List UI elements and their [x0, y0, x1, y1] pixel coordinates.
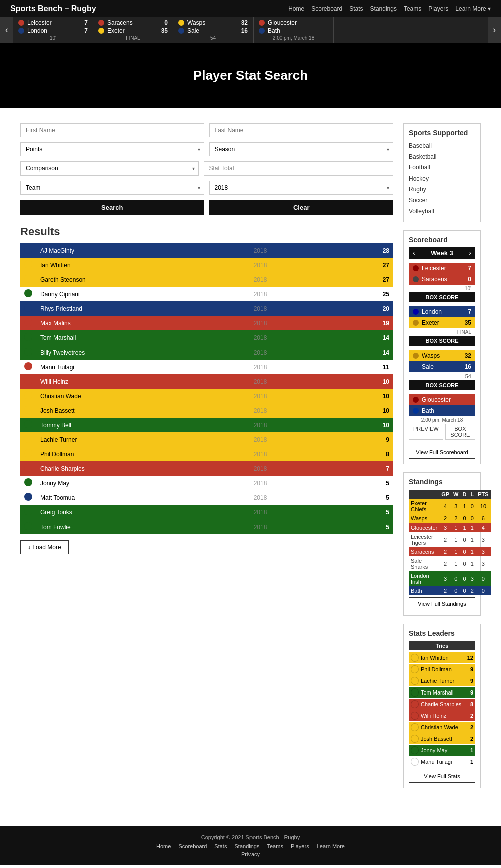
standings-body: Exeter Chiefs 4 3 1 0 10 Wasps 2 2 0 0 6…	[409, 499, 491, 595]
points-select[interactable]: Points	[20, 142, 204, 156]
player-year: 2018	[249, 287, 335, 301]
stats-leaders-list: Ian Whitten 12 Phil Dollman 9 Lachie Tur…	[409, 652, 475, 767]
team-icon-cell	[20, 490, 36, 505]
leader-team-icon	[411, 758, 419, 766]
team-select[interactable]: Team	[20, 181, 204, 195]
week-label: Week 3	[431, 249, 453, 257]
footer-learn-more[interactable]: Learn More	[317, 843, 345, 849]
footer-players[interactable]: Players	[291, 843, 309, 849]
table-row: Billy Twelvetrees 2018 14	[20, 345, 393, 360]
player-year: 2018	[249, 403, 335, 418]
footer-teams[interactable]: Teams	[267, 843, 283, 849]
standings-d: 1	[461, 523, 469, 532]
standings-l: 0	[468, 514, 476, 523]
standings-l: 1	[468, 523, 476, 532]
nav-scoreboard[interactable]: Scoreboard	[311, 5, 342, 12]
nav-standings[interactable]: Standings	[370, 5, 397, 12]
form-row-comparison-stat: Comparison	[20, 161, 393, 176]
stats-leaders-section: Stats Leaders Tries Ian Whitten 12 Phil …	[403, 624, 481, 788]
player-name: Lachie Turner	[36, 432, 249, 447]
player-points: 5	[335, 519, 393, 534]
leader-team-icon	[411, 700, 419, 708]
table-row: Tom Marshall 2018 14	[20, 330, 393, 345]
score-game-3: Wasps 32 Sale 16 54 BOX SCORE	[409, 350, 475, 390]
view-full-stats-button[interactable]: View Full Stats	[409, 770, 475, 783]
form-row-team-year: Team 2018	[20, 181, 393, 195]
team-icon-cell	[20, 345, 36, 360]
footer-standings[interactable]: Standings	[235, 843, 260, 849]
last-name-input[interactable]	[209, 123, 394, 137]
team-icon-cell	[20, 418, 36, 432]
player-year: 2018	[249, 447, 335, 461]
table-row: Ian Whitten 2018 27	[20, 258, 393, 272]
team-icon-cell	[20, 287, 36, 301]
leader-value: 9	[470, 678, 473, 684]
tries-category-header: Tries	[409, 641, 475, 650]
leader-value: 9	[470, 666, 473, 672]
stat-total-input[interactable]	[204, 161, 394, 176]
table-row: Phil Dollman 2018 8	[20, 447, 393, 461]
box-score-3[interactable]: BOX SCORE	[409, 380, 475, 390]
team-icon-cell	[20, 476, 36, 490]
footer-links: Home Scoreboard Stats Standings Teams Pl…	[8, 843, 493, 849]
nav-teams[interactable]: Teams	[404, 5, 421, 12]
player-year: 2018	[249, 490, 335, 505]
leader-name: Charlie Sharples	[421, 701, 461, 707]
score-game-2-status: FINAL	[409, 328, 475, 336]
nav-stats[interactable]: Stats	[349, 5, 363, 12]
standings-section: Standings GP W D L PTS Exeter Chiefs 4 3…	[403, 472, 481, 616]
year-select[interactable]: 2018	[209, 181, 394, 195]
leader-value: 2	[470, 736, 473, 742]
player-points: 5	[335, 476, 393, 490]
week-prev-button[interactable]: ‹	[413, 249, 415, 257]
sports-supported-section: Sports Supported BaseballBasketballFootb…	[403, 123, 481, 222]
view-full-scoreboard-button[interactable]: View Full Scoreboard	[409, 446, 475, 459]
standings-gp: 2	[439, 547, 451, 556]
score-team-london: London 7	[409, 306, 475, 317]
ticker-next[interactable]: ›	[488, 17, 501, 43]
player-name: Christian Wade	[36, 389, 249, 403]
standings-row: Bath 2 0 0 2 0	[409, 586, 491, 595]
leader-team-icon	[411, 654, 419, 662]
standings-row: Exeter Chiefs 4 3 1 0 10	[409, 499, 491, 514]
week-next-button[interactable]: ›	[469, 249, 471, 257]
footer-home[interactable]: Home	[156, 843, 171, 849]
player-name: Billy Twelvetrees	[36, 345, 249, 360]
standings-table: GP W D L PTS Exeter Chiefs 4 3 1 0 10 Wa…	[409, 490, 491, 595]
preview-button[interactable]: PREVIEW	[409, 424, 443, 440]
leader-value: 1	[470, 747, 473, 753]
box-score-4[interactable]: BOX SCORE	[445, 424, 475, 440]
nav-learn-more[interactable]: Learn More ▾	[455, 5, 491, 12]
score-team-saracens: Saracens 0	[409, 274, 475, 285]
nav-players[interactable]: Players	[428, 5, 448, 12]
footer-stats[interactable]: Stats	[214, 843, 227, 849]
standings-team: Leicester Tigers	[409, 532, 439, 547]
load-more-button[interactable]: ↓ Load More	[20, 540, 69, 554]
player-year: 2018	[249, 330, 335, 345]
player-year: 2018	[249, 461, 335, 476]
footer-scoreboard[interactable]: Scoreboard	[178, 843, 207, 849]
search-button[interactable]: Search	[20, 200, 204, 215]
site-title: Sports Bench – Rugby	[10, 4, 96, 13]
comparison-select[interactable]: Comparison	[20, 161, 199, 176]
standings-pts: 4	[476, 523, 490, 532]
box-score-2[interactable]: BOX SCORE	[409, 336, 475, 346]
box-score-1[interactable]: BOX SCORE	[409, 292, 475, 302]
view-full-standings-button[interactable]: View Full Standings	[409, 597, 475, 610]
nav-home[interactable]: Home	[288, 5, 304, 12]
first-name-input[interactable]	[20, 123, 204, 137]
privacy-link[interactable]: Privacy	[241, 851, 260, 857]
player-name: Ian Whitten	[36, 258, 249, 272]
score-team-exeter: Exeter 35	[409, 317, 475, 328]
team-icon-cell	[20, 258, 36, 272]
season-select[interactable]: Season	[209, 142, 394, 156]
table-row: Greig Tonks 2018 5	[20, 505, 393, 519]
ticker-game-1: Leicester7 London7 10'	[13, 17, 93, 43]
score-team-wasps: Wasps 32	[409, 350, 475, 361]
leader-row: Phil Dollman 9	[409, 664, 475, 675]
standings-header-gp: GP	[439, 490, 451, 499]
clear-button[interactable]: Clear	[209, 200, 394, 215]
standings-row: Wasps 2 2 0 0 6	[409, 514, 491, 523]
ticker-prev[interactable]: ‹	[0, 17, 13, 43]
player-year: 2018	[249, 360, 335, 374]
